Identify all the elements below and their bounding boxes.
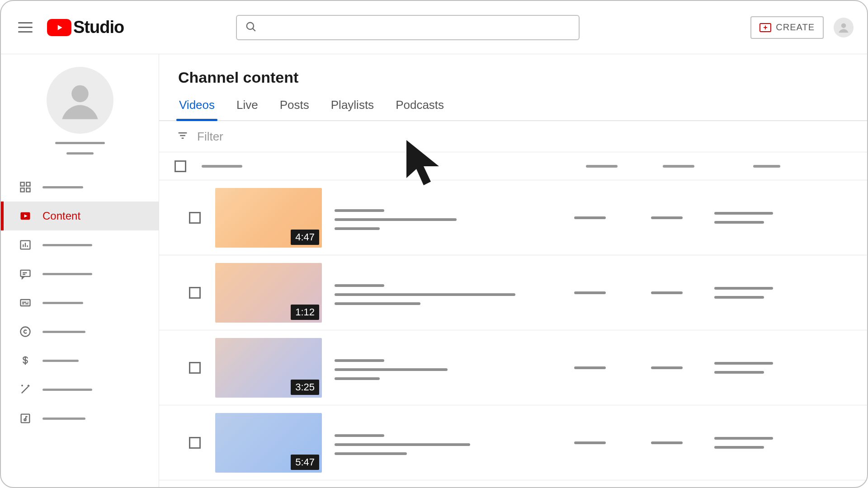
video-thumbnail[interactable]: 1:12	[215, 263, 322, 323]
channel-name-placeholder	[55, 142, 105, 144]
tab-live[interactable]: Live	[236, 94, 259, 120]
content-icon	[19, 210, 32, 222]
cell-placeholder	[574, 291, 606, 294]
svg-rect-7	[21, 188, 24, 192]
nav-label-placeholder	[42, 389, 92, 391]
title-placeholder	[335, 434, 384, 437]
topbar: Studio + CREATE	[1, 1, 867, 54]
search-input[interactable]	[263, 22, 571, 33]
sidebar-item-subtitles[interactable]	[1, 288, 159, 317]
desc-placeholder	[335, 293, 515, 296]
tab-posts[interactable]: Posts	[279, 94, 310, 120]
nav-label-placeholder	[42, 331, 85, 333]
video-rows: 4:47 1:12	[159, 180, 867, 480]
nav-label: Content	[42, 210, 80, 222]
svg-line-24	[22, 387, 28, 393]
analytics-icon	[19, 239, 32, 251]
svg-point-1	[247, 22, 254, 29]
sidebar-nav: Content	[1, 173, 159, 433]
dashboard-icon	[19, 181, 32, 193]
video-text	[335, 281, 552, 305]
cell-placeholder	[714, 212, 773, 215]
row-checkbox[interactable]	[189, 437, 201, 449]
cell-placeholder	[574, 441, 606, 444]
select-all-checkbox[interactable]	[175, 160, 186, 172]
copyright-icon	[19, 325, 32, 338]
th-col-placeholder	[586, 165, 618, 168]
cell-placeholder	[714, 221, 764, 224]
row-checkbox[interactable]	[189, 287, 201, 299]
sidebar-item-dashboard[interactable]	[1, 173, 159, 202]
video-duration: 1:12	[291, 305, 319, 320]
tab-playlists[interactable]: Playlists	[330, 94, 375, 120]
account-avatar[interactable]	[834, 18, 854, 38]
video-thumbnail[interactable]: 5:47	[215, 413, 322, 473]
svg-rect-5	[21, 183, 24, 186]
title-placeholder	[335, 284, 384, 287]
filter-label: Filter	[197, 130, 223, 144]
cell-placeholder	[651, 366, 683, 369]
table-row[interactable]: 3:25	[159, 330, 867, 405]
sidebar-item-comments[interactable]	[1, 259, 159, 288]
menu-toggle[interactable]	[14, 17, 36, 38]
sidebar-item-customization[interactable]	[1, 375, 159, 404]
table-row[interactable]: 5:47	[159, 405, 867, 480]
sidebar-item-earn[interactable]	[1, 346, 159, 375]
sidebar-item-analytics[interactable]	[1, 230, 159, 259]
sidebar-item-copyright[interactable]	[1, 317, 159, 346]
desc-placeholder	[335, 452, 407, 455]
sidebar: Content	[1, 54, 159, 487]
table-header	[159, 152, 867, 180]
svg-point-4	[71, 85, 89, 103]
cell-placeholder	[714, 371, 764, 374]
title-placeholder	[335, 209, 384, 212]
table-row[interactable]: 1:12	[159, 255, 867, 330]
create-icon: +	[760, 23, 771, 32]
magic-wand-icon	[19, 383, 32, 396]
cell-placeholder	[714, 296, 764, 299]
cell-placeholder	[714, 362, 773, 365]
nav-label-placeholder	[42, 244, 92, 246]
tab-videos[interactable]: Videos	[178, 94, 216, 120]
desc-placeholder	[335, 302, 420, 305]
cell-placeholder	[574, 216, 606, 219]
svg-point-3	[841, 23, 846, 28]
video-text	[335, 431, 552, 455]
row-checkbox[interactable]	[189, 362, 201, 374]
nav-label-placeholder	[42, 302, 83, 304]
svg-rect-8	[26, 188, 30, 192]
desc-placeholder	[335, 368, 448, 371]
channel-block[interactable]	[1, 67, 159, 173]
filter-icon	[176, 129, 189, 144]
cell-placeholder	[714, 437, 773, 440]
th-col-placeholder	[663, 165, 694, 168]
desc-placeholder	[335, 443, 470, 446]
channel-subtext-placeholder	[66, 152, 94, 155]
video-thumbnail[interactable]: 3:25	[215, 338, 322, 398]
subtitles-icon	[19, 296, 32, 309]
table-row[interactable]: 4:47	[159, 180, 867, 255]
sidebar-item-audio[interactable]	[1, 404, 159, 433]
svg-line-2	[253, 28, 255, 31]
filter-bar[interactable]: Filter	[159, 121, 867, 152]
logo-text: Studio	[73, 18, 124, 37]
search-box[interactable]	[236, 15, 580, 40]
row-checkbox[interactable]	[189, 212, 201, 224]
youtube-play-icon	[47, 19, 71, 36]
th-video-placeholder	[202, 165, 242, 168]
video-text	[335, 206, 552, 230]
video-thumbnail[interactable]: 4:47	[215, 188, 322, 248]
tabs: Videos Live Posts Playlists Podcasts	[159, 94, 867, 121]
video-duration: 5:47	[291, 455, 319, 470]
cell-placeholder	[714, 446, 764, 449]
page-title: Channel content	[159, 54, 867, 94]
sidebar-item-content[interactable]: Content	[1, 202, 159, 230]
nav-label-placeholder	[42, 360, 79, 362]
create-button[interactable]: + CREATE	[750, 16, 824, 39]
channel-avatar	[47, 67, 113, 134]
cell-placeholder	[651, 441, 683, 444]
cell-placeholder	[574, 366, 606, 369]
tab-podcasts[interactable]: Podcasts	[395, 94, 445, 120]
desc-placeholder	[335, 218, 457, 221]
logo[interactable]: Studio	[47, 18, 124, 37]
